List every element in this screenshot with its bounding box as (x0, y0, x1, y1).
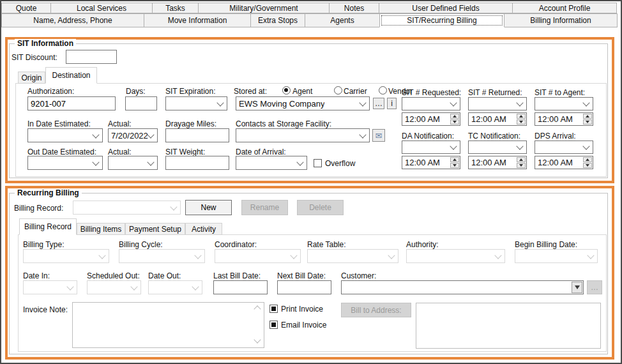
coordinator-combo[interactable] (215, 249, 301, 263)
billing-cycle-combo[interactable] (119, 249, 205, 263)
spin-down-icon[interactable] (583, 163, 592, 168)
spin-down-icon[interactable] (517, 119, 526, 125)
authority-combo[interactable] (406, 249, 505, 263)
tab-extra-stops[interactable]: Extra Stops (250, 13, 305, 27)
spin-down-icon[interactable] (583, 119, 592, 125)
invoice-note-textarea[interactable] (72, 302, 264, 348)
tc-notification-time[interactable]: 12:00 AM (468, 156, 527, 169)
stored-at-agent-radio[interactable] (282, 86, 291, 95)
tab-military-government[interactable]: Military/Government (198, 3, 330, 13)
spin-up-icon[interactable] (517, 114, 526, 119)
tab-quote[interactable]: Quote (1, 3, 51, 13)
subtab-origin[interactable]: Origin (18, 72, 45, 84)
spin-down-icon[interactable] (517, 163, 526, 168)
dps-arrival-combo[interactable] (535, 140, 593, 154)
billing-type-combo[interactable] (23, 249, 109, 263)
app-window: Quote Local Services Tasks Military/Gove… (0, 0, 622, 364)
tab-move-information[interactable]: Move Information (144, 13, 251, 27)
spin-up-icon[interactable] (450, 157, 459, 162)
authorization-input[interactable] (27, 96, 116, 110)
storage-company-combo[interactable]: EWS Moving Company (236, 96, 370, 110)
sit-to-agent-time[interactable]: 12:00 AM (535, 112, 593, 126)
stored-at-vendor-radio[interactable] (379, 86, 387, 95)
new-button[interactable]: New (185, 200, 232, 215)
in-date-actual-combo[interactable]: 7/20/2022 (108, 128, 158, 142)
tab-name-address-phone[interactable]: Name, Address, Phone (1, 13, 144, 27)
scroll-down-icon[interactable] (254, 336, 261, 343)
sit-requested-combo[interactable] (402, 97, 460, 110)
sit-to-agent-label: SIT # to Agent: (535, 88, 585, 97)
sit-discount-input[interactable] (66, 50, 117, 64)
stored-at-carrier-radio[interactable] (334, 86, 342, 95)
sit-returned-label: SIT # Returned: (468, 88, 522, 97)
sit-expiration-combo[interactable] (165, 96, 227, 110)
out-date-actual-combo[interactable] (108, 156, 158, 170)
da-notification-combo[interactable] (402, 140, 460, 154)
begin-billing-date-combo[interactable] (515, 249, 598, 263)
email-contact-button[interactable]: ✉ (372, 129, 385, 142)
spin-down-icon[interactable] (450, 119, 459, 125)
chevron-down-icon (587, 252, 594, 259)
spin-up-icon[interactable] (583, 157, 592, 162)
in-date-estimated-combo[interactable] (27, 128, 103, 142)
date-in-combo[interactable] (23, 280, 77, 294)
days-input[interactable] (125, 96, 157, 110)
drayage-miles-input[interactable] (165, 128, 229, 142)
out-date-estimated-label: Out Date Estimated: (27, 148, 96, 156)
chevron-down-icon (388, 252, 395, 259)
delete-button[interactable]: Delete (297, 200, 344, 215)
subtab-activity[interactable]: Activity (185, 223, 222, 235)
rate-table-combo[interactable] (307, 249, 398, 263)
subtab-destination[interactable]: Destination (45, 67, 97, 84)
last-bill-date-input[interactable] (213, 280, 268, 294)
da-notification-time[interactable]: 12:00 AM (402, 156, 460, 169)
tab-tasks[interactable]: Tasks (152, 3, 199, 13)
chevron-down-icon (130, 283, 137, 290)
spin-up-icon[interactable] (517, 157, 526, 162)
date-out-combo[interactable] (148, 280, 202, 294)
in-actual-label: Actual: (108, 119, 132, 128)
out-date-estimated-combo[interactable] (27, 156, 103, 170)
overflow-checkbox[interactable] (314, 159, 322, 167)
sit-to-agent-combo[interactable] (535, 97, 593, 110)
sit-returned-time[interactable]: 12:00 AM (468, 112, 527, 126)
tab-account-profile[interactable]: Account Profile (512, 3, 617, 13)
billing-record-combo[interactable] (73, 201, 181, 215)
date-of-arrival-combo[interactable] (236, 156, 307, 170)
tab-billing-information[interactable]: Billing Information (504, 13, 618, 27)
sit-requested-time[interactable]: 12:00 AM (402, 112, 460, 126)
chevron-down-icon (450, 142, 457, 149)
customer-browse-button[interactable]: … (587, 280, 602, 294)
tab-notes[interactable]: Notes (329, 3, 379, 13)
customer-combo[interactable] (341, 280, 584, 294)
authority-label: Authority: (406, 240, 439, 249)
tc-notification-combo[interactable] (468, 140, 527, 154)
billing-cycle-label: Billing Cycle: (119, 240, 163, 249)
dps-arrival-time[interactable]: 12:00 AM (535, 156, 593, 169)
subtab-billing-items[interactable]: Billing Items (77, 223, 125, 235)
date-of-arrival-label: Date of Arrival: (236, 148, 286, 156)
bill-to-address-button[interactable]: Bill to Address: (341, 303, 411, 317)
tab-local-services[interactable]: Local Services (50, 3, 153, 13)
contacts-storage-combo[interactable] (236, 128, 370, 142)
subtab-billing-record[interactable]: Billing Record (19, 218, 77, 235)
print-invoice-checkbox[interactable] (269, 305, 278, 313)
email-invoice-checkbox[interactable] (269, 321, 278, 329)
storage-company-info-button[interactable]: i (387, 98, 397, 109)
subtab-payment-setup[interactable]: Payment Setup (125, 223, 185, 235)
dropdown-button[interactable] (572, 282, 582, 293)
sit-returned-combo[interactable] (468, 97, 527, 110)
scheduled-out-combo[interactable] (87, 280, 141, 294)
rename-button[interactable]: Rename (241, 200, 288, 215)
bill-to-address-textarea[interactable] (416, 303, 601, 349)
tab-sit-recurring-billing[interactable]: SIT/Recurring Billing (379, 13, 504, 27)
tab-agents[interactable]: Agents (305, 13, 380, 27)
spin-up-icon[interactable] (450, 114, 459, 119)
next-bill-date-input[interactable] (277, 280, 331, 294)
scroll-up-icon[interactable] (254, 305, 261, 312)
storage-company-browse-button[interactable]: … (373, 98, 384, 109)
spin-up-icon[interactable] (583, 114, 592, 119)
spin-down-icon[interactable] (450, 163, 459, 168)
sit-weight-input[interactable] (165, 156, 229, 170)
tab-user-defined-fields[interactable]: User Defined Fields (379, 3, 513, 13)
